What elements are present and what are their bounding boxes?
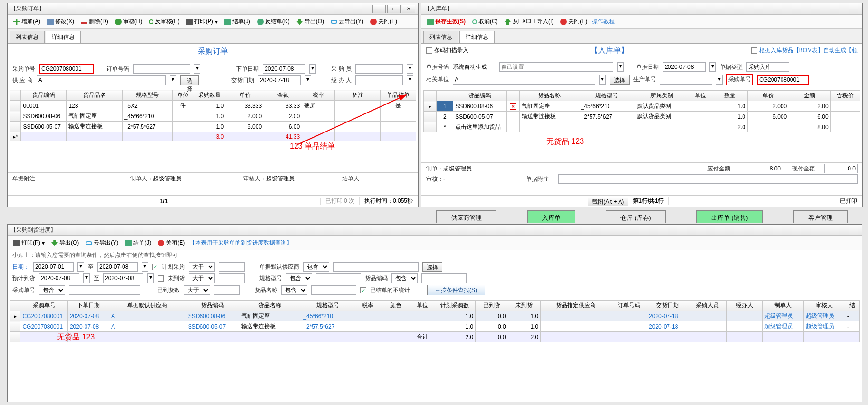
spec-value[interactable] bbox=[316, 273, 361, 283]
table-row[interactable]: SSD600.08-06气缸固定座_45*66*2101.02.0002.00 bbox=[10, 111, 416, 122]
minimize-button[interactable]: — bbox=[372, 5, 386, 13]
dropdown-icon[interactable]: ▾ bbox=[716, 75, 723, 85]
import-button[interactable]: 从EXCEL导入(I) bbox=[503, 17, 556, 27]
sup-value[interactable] bbox=[333, 262, 419, 272]
table-row[interactable]: 00001123_5X2件1.033.33333.33硬屏是 bbox=[10, 101, 416, 111]
po-value[interactable] bbox=[69, 285, 140, 295]
paid-field[interactable] bbox=[824, 164, 858, 173]
col-amt[interactable]: 金额 bbox=[264, 90, 302, 101]
nav-outbound[interactable]: 出库单 (销售) bbox=[696, 210, 763, 223]
delete-row-icon[interactable]: × bbox=[510, 103, 516, 110]
code-op[interactable]: 包含 bbox=[391, 273, 418, 283]
maximize-button[interactable]: □ bbox=[387, 5, 401, 13]
settle-button[interactable]: 结单(J) bbox=[222, 17, 252, 27]
remark-field[interactable] bbox=[558, 174, 858, 184]
col-tax[interactable]: 税率 bbox=[302, 90, 335, 101]
select-unit-button[interactable]: 选择 bbox=[610, 75, 630, 85]
dropdown-icon[interactable]: ▾ bbox=[407, 75, 413, 85]
delete-button[interactable]: 删除(D) bbox=[79, 17, 110, 27]
table-row[interactable]: SSD600-05-07输送带连接板_2*57.5*6271.06.0006.0… bbox=[10, 122, 416, 132]
plan-value[interactable] bbox=[219, 262, 245, 272]
col-price[interactable]: 单价 bbox=[748, 91, 789, 101]
settle-button[interactable]: 结单(J) bbox=[123, 238, 153, 248]
save-button[interactable]: 保存生效(S) bbox=[425, 17, 467, 27]
po-op[interactable]: 包含 bbox=[39, 285, 65, 295]
items-table[interactable]: 货品编码 货品名称 规格型号 所属类别 单位 数量 单价 金额 含税价 ▸1SS… bbox=[423, 90, 860, 132]
col-settle[interactable]: 单品结单 bbox=[381, 90, 416, 101]
nav-customer[interactable]: 客户管理 bbox=[793, 210, 848, 223]
spec-op[interactable]: 包含 bbox=[286, 273, 312, 283]
cloud-export-button[interactable]: 云导出(Y) bbox=[84, 238, 120, 248]
calendar-icon[interactable]: ▾ bbox=[305, 75, 311, 85]
col-spec[interactable]: 规格型号 bbox=[122, 90, 173, 101]
window-title-bar[interactable]: 【采购订单】 — □ ✕ bbox=[8, 3, 418, 15]
tab-list[interactable]: 列表信息 bbox=[423, 31, 458, 43]
date-from[interactable] bbox=[33, 262, 74, 272]
cloud-export-button[interactable]: 云导出(Y) bbox=[329, 17, 365, 27]
table-row[interactable]: *点击这里添加货品2.08.00 bbox=[424, 122, 860, 132]
calendar-icon[interactable]: ▾ bbox=[309, 64, 316, 74]
col-spec[interactable]: 规格型号 bbox=[579, 91, 635, 101]
expect-to[interactable] bbox=[103, 273, 143, 283]
order-no-field[interactable] bbox=[133, 64, 190, 74]
col-name[interactable]: 货品品名 bbox=[67, 90, 122, 101]
table-row[interactable]: 2SSD600-05-07输送带连接板_2*57.5*627默认货品类别1.06… bbox=[424, 112, 860, 122]
prod-no-field[interactable] bbox=[660, 75, 712, 85]
unarr-op[interactable]: 大于 bbox=[189, 273, 215, 283]
arr-op[interactable]: 大于 bbox=[184, 285, 210, 295]
col-remark[interactable]: 备注 bbox=[335, 90, 381, 101]
date-to[interactable] bbox=[97, 262, 138, 272]
dropdown-icon[interactable]: ▾ bbox=[617, 62, 624, 72]
close-toolbar-button[interactable]: 关闭(E) bbox=[558, 17, 589, 27]
export-button[interactable]: 导出(O) bbox=[295, 17, 326, 27]
select-supplier-button[interactable]: 选择 bbox=[180, 75, 199, 85]
close-button[interactable]: ✕ bbox=[402, 5, 415, 13]
sup-op[interactable]: 包含 bbox=[303, 262, 329, 272]
plan-checkbox[interactable] bbox=[152, 264, 158, 270]
po-no-field[interactable] bbox=[757, 75, 809, 85]
tab-detail[interactable]: 详细信息 bbox=[46, 31, 81, 43]
help-link[interactable]: 操作教程 bbox=[592, 18, 615, 26]
unaudit-button[interactable]: 反审核(F) bbox=[147, 17, 181, 27]
col-name[interactable]: 货品名称 bbox=[519, 91, 579, 101]
print-button[interactable]: 打印(P) ▾ bbox=[11, 238, 47, 248]
capture-button[interactable]: 截图(Alt + A) bbox=[588, 197, 628, 206]
window-title-bar[interactable]: 【入库单】 bbox=[421, 3, 862, 15]
order-date-field[interactable] bbox=[263, 64, 305, 74]
code-value[interactable] bbox=[421, 273, 467, 283]
bom-checkbox[interactable] bbox=[751, 47, 757, 54]
select-button[interactable]: 选择 bbox=[422, 262, 442, 272]
unarr-checkbox[interactable] bbox=[158, 275, 164, 282]
print-button[interactable]: 打印(P) ▾ bbox=[184, 17, 219, 27]
col-price[interactable]: 单价 bbox=[226, 90, 264, 101]
buyer-field[interactable] bbox=[355, 64, 403, 74]
col-amt[interactable]: 金额 bbox=[789, 91, 830, 101]
nav-stock[interactable]: 仓库 (库存) bbox=[606, 210, 666, 223]
self-set-field[interactable] bbox=[499, 62, 613, 72]
calendar-icon[interactable]: ▾ bbox=[709, 62, 716, 72]
col-cat[interactable]: 所属类别 bbox=[635, 91, 688, 101]
dropdown-icon[interactable]: ▾ bbox=[170, 75, 176, 85]
table-row[interactable]: ▸1SSD600.08-06×气缸固定座_45*66*210默认货品类别1.02… bbox=[424, 101, 860, 112]
audit-button[interactable]: 审核(H) bbox=[113, 17, 144, 27]
nav-supplier[interactable]: 供应商管理 bbox=[436, 210, 496, 223]
barcode-checkbox[interactable] bbox=[426, 47, 432, 54]
settled-checkbox[interactable] bbox=[360, 287, 366, 293]
deliver-date-field[interactable] bbox=[258, 75, 301, 85]
table-row[interactable]: ▸CG20070800012020-07-08ASSD600.08-06气缸固定… bbox=[10, 311, 860, 321]
window-title-bar[interactable]: 【采购到货进度】 bbox=[8, 225, 862, 236]
doc-date-field[interactable] bbox=[663, 62, 706, 72]
nav-inbound[interactable]: 入库单 bbox=[527, 210, 575, 223]
col-code[interactable]: 货品编码 bbox=[21, 90, 67, 101]
cancel-button[interactable]: 取消(C) bbox=[470, 17, 500, 27]
name-op[interactable]: 包含 bbox=[281, 285, 307, 295]
close-toolbar-button[interactable]: 关闭(E) bbox=[156, 238, 187, 248]
rel-unit-field[interactable] bbox=[453, 75, 595, 85]
col-taxprice[interactable]: 含税价 bbox=[830, 91, 860, 101]
dropdown-icon[interactable]: ▾ bbox=[194, 64, 200, 74]
items-table[interactable]: 货品编码 货品品名 规格型号 单位 采购数量 单价 金额 税率 备注 单品结单 … bbox=[10, 90, 416, 141]
table-row[interactable]: CG20070800012020-07-08ASSD600-05-07输送带连接… bbox=[10, 321, 860, 332]
tab-detail[interactable]: 详细信息 bbox=[459, 31, 495, 43]
handler-field[interactable] bbox=[355, 75, 403, 85]
col-qty[interactable]: 数量 bbox=[712, 91, 748, 101]
